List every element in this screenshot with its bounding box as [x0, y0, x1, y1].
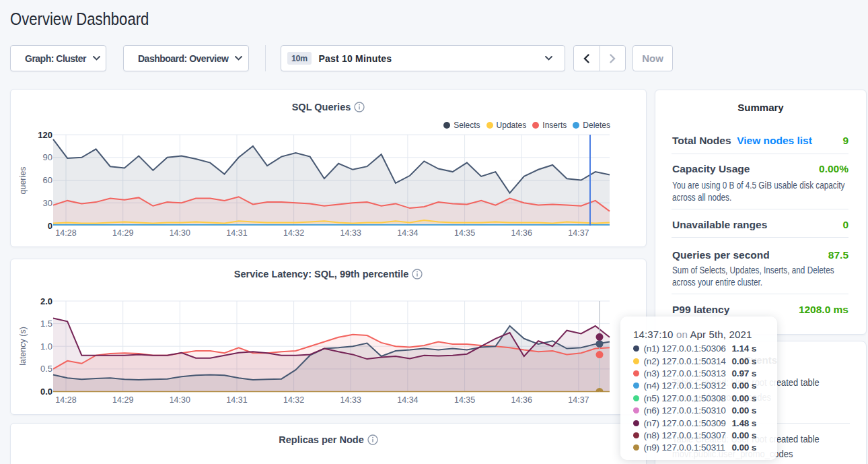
svg-text:14:35: 14:35 [454, 395, 475, 405]
svg-text:0.0: 0.0 [40, 387, 52, 397]
svg-text:14:35: 14:35 [454, 228, 475, 238]
svg-text:14:36: 14:36 [511, 228, 532, 238]
svg-text:1.0: 1.0 [40, 341, 52, 352]
svg-text:90: 90 [43, 152, 52, 162]
svg-text:queries: queries [18, 167, 28, 195]
svg-text:14:31: 14:31 [226, 395, 247, 405]
svg-text:14:37: 14:37 [568, 395, 589, 405]
svg-text:2.0: 2.0 [40, 296, 52, 306]
svg-text:14:28: 14:28 [55, 228, 76, 238]
svg-text:14:29: 14:29 [112, 228, 133, 238]
svg-text:latency (s): latency (s) [18, 327, 28, 366]
svg-text:14:28: 14:28 [55, 395, 76, 405]
svg-text:0.5: 0.5 [40, 364, 52, 374]
svg-text:14:32: 14:32 [283, 228, 304, 238]
svg-text:0: 0 [48, 221, 52, 231]
svg-text:1.5: 1.5 [40, 319, 52, 329]
svg-text:60: 60 [43, 175, 52, 185]
svg-text:14:31: 14:31 [226, 228, 247, 238]
svg-text:14:29: 14:29 [112, 395, 133, 405]
svg-text:14:32: 14:32 [283, 395, 304, 405]
svg-text:14:30: 14:30 [170, 228, 190, 238]
svg-text:14:36: 14:36 [511, 395, 532, 405]
svg-text:30: 30 [43, 198, 52, 208]
svg-text:14:30: 14:30 [170, 395, 190, 405]
svg-text:14:33: 14:33 [340, 228, 361, 238]
svg-text:120: 120 [38, 130, 52, 140]
svg-text:14:34: 14:34 [397, 395, 418, 405]
svg-text:14:34: 14:34 [397, 228, 418, 238]
svg-text:14:37: 14:37 [568, 228, 589, 238]
svg-text:14:33: 14:33 [340, 395, 361, 405]
